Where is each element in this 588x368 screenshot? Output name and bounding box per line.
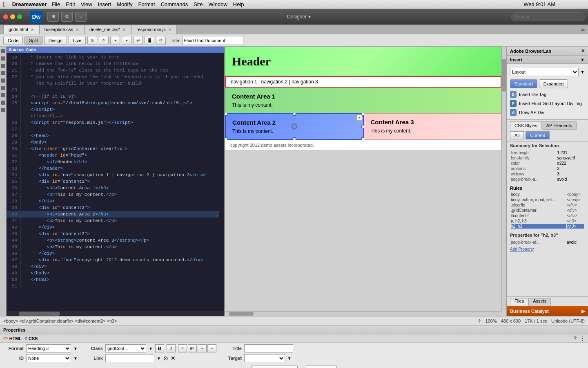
design-content1-block[interactable]: Content Area 1 This is my content. [225, 88, 501, 113]
left-panel-icon-2[interactable] [1, 56, 5, 61]
insert-fluid-grid-item[interactable]: F Insert Fluid Grid Layout Div Tag [510, 99, 585, 108]
live-btn[interactable]: Live [69, 36, 86, 45]
split-btn[interactable]: Split [24, 36, 42, 45]
resize-handle-br[interactable] [361, 137, 364, 140]
close-button[interactable] [3, 14, 8, 19]
class-dropdown-icon[interactable]: ▼ [149, 346, 153, 351]
design-nav-block[interactable]: navigation 1 | navigation 2 | navigation… [225, 76, 501, 88]
apple-menu[interactable]:  [3, 1, 6, 8]
add-property-link[interactable]: Add Property [510, 247, 534, 251]
inspect-btn[interactable]: ⊙ [87, 36, 97, 45]
expanded-btn[interactable]: Expanded [539, 79, 568, 88]
page-properties-btn[interactable]: Page Properties... [251, 366, 298, 368]
css-tab[interactable]: # CSS [25, 336, 38, 341]
rules-row-selected[interactable]: h2, h3<h3> [511, 224, 584, 229]
file-tab-delete[interactable]: delete_me.css* ✕ [84, 25, 131, 34]
format-dropdown-icon[interactable]: ▼ [74, 346, 78, 351]
toolbar-settings-btn[interactable]: ⚙ [61, 12, 73, 22]
class-select[interactable]: gridCont... [105, 344, 146, 352]
code-hscroll[interactable] [7, 311, 224, 316]
resize-handle-tm[interactable] [293, 113, 296, 116]
target-select[interactable] [244, 354, 285, 362]
refresh-btn[interactable]: ↻ [99, 36, 109, 45]
layout-select[interactable]: Layout [510, 68, 579, 76]
standard-btn[interactable]: Standard [510, 79, 537, 88]
design-content2-block[interactable]: Content Area 2 This is my content. [225, 113, 364, 140]
left-panel-icon-5[interactable] [1, 79, 5, 83]
left-panel-icon-1[interactable] [1, 49, 5, 53]
target-dropdown-icon[interactable]: ▼ [287, 356, 292, 361]
rules-row[interactable]: #content2<div> [511, 213, 584, 218]
draw-ap-div-item[interactable]: A Draw AP Div [510, 108, 585, 117]
close-tab-delete[interactable]: ✕ [122, 27, 126, 32]
current-btn[interactable]: Current [526, 131, 550, 139]
bold-btn[interactable]: B [155, 344, 164, 352]
title-field-input[interactable] [244, 344, 293, 352]
insert-section-header[interactable]: Insert ▼ [507, 56, 588, 64]
menu-format[interactable]: Format [138, 1, 155, 7]
zoom-button[interactable] [17, 14, 22, 19]
menu-help[interactable]: Help [233, 1, 244, 7]
resize-handle-bl[interactable] [225, 137, 227, 140]
bc-arrow[interactable]: ▶ [581, 309, 585, 314]
file-tab-respond[interactable]: respond.min.js ✕ [131, 25, 177, 34]
menu-site[interactable]: Site [194, 1, 203, 7]
css-styles-tab[interactable]: CSS Styles [510, 121, 542, 130]
menu-file[interactable]: File [51, 1, 60, 7]
browserlab-close[interactable]: ✕ [581, 48, 585, 54]
close-tab-grids[interactable]: ✕ [31, 27, 34, 32]
menu-window[interactable]: Window [209, 1, 227, 7]
ul-btn[interactable]: ≡ [178, 344, 187, 352]
props-extra-icon[interactable]: ⋮ [580, 336, 585, 341]
file-tab-boilerplate[interactable]: boilerplate.css ✕ [39, 25, 84, 34]
link-input[interactable] [105, 354, 154, 362]
link-dropdown-icon[interactable]: ▼ [157, 356, 161, 361]
device-btn[interactable]: 📱 [145, 36, 154, 45]
ap-elements-tab[interactable]: AP Elements [542, 121, 577, 130]
design-content3-block[interactable]: Content Area 3 This is my content. [364, 113, 502, 140]
html-tab[interactable]: <> HTML [3, 336, 22, 341]
reload-btn[interactable]: ⟳ [156, 36, 166, 45]
id-select[interactable]: None [26, 354, 71, 362]
files-tab[interactable]: Files [510, 298, 528, 306]
all-btn[interactable]: All [510, 131, 524, 139]
code-content[interactable]: 19 * insert the link to your js here 20 … [7, 53, 224, 311]
resize-handle-mr[interactable] [361, 125, 364, 128]
rules-row[interactable]: .gridContainer<div> [511, 208, 584, 213]
sync-btn[interactable]: ⇄ [133, 36, 143, 45]
format-select[interactable]: Heading 3 [26, 344, 71, 352]
minimize-button[interactable] [10, 14, 15, 19]
insert-div-tag-item[interactable]: D Insert Div Tag [510, 90, 585, 99]
layout-dropdown-arrow[interactable]: ▼ [580, 70, 585, 74]
toolbar-search-input[interactable] [511, 12, 585, 21]
menu-insert[interactable]: Insert [98, 1, 111, 7]
designer-mode[interactable]: Designer ▾ [287, 14, 311, 20]
rules-row[interactable]: body, button, input, sel...<body> [511, 197, 584, 202]
design-hscroll[interactable] [225, 311, 501, 316]
menu-view[interactable]: View [81, 1, 92, 7]
design-header-block[interactable]: Header [225, 47, 501, 76]
props-help-icon[interactable]: ? [574, 336, 577, 341]
list-item-btn[interactable]: List Item... [306, 366, 337, 368]
file-tab-grids[interactable]: grids.html ✕ [3, 25, 39, 34]
link-browse-icon[interactable]: ⊙ [163, 355, 168, 361]
close-tab-boilerplate[interactable]: ✕ [76, 27, 79, 32]
outdent-btn[interactable]: ← [207, 344, 216, 352]
menu-commands[interactable]: Commands [161, 1, 188, 7]
menu-edit[interactable]: Edit [66, 1, 75, 7]
resize-handle-bm[interactable] [293, 137, 296, 140]
close-tab-respond[interactable]: ✕ [168, 27, 172, 32]
left-panel-icon-8[interactable] [1, 101, 5, 105]
italic-btn[interactable]: I [167, 344, 176, 352]
design-btn[interactable]: Design [44, 36, 67, 45]
nav-prev-btn[interactable]: ◂ [110, 36, 120, 45]
toolbar-layout-btn[interactable]: ⊞ [47, 12, 59, 22]
left-panel-icon-4[interactable] [1, 71, 5, 75]
indent-btn[interactable]: → [198, 344, 207, 352]
nav-next-btn[interactable]: ▸ [122, 36, 131, 45]
left-panel-icon-6[interactable] [1, 86, 5, 90]
title-input[interactable] [182, 36, 243, 45]
assets-tab[interactable]: Assets [528, 298, 551, 306]
id-dropdown-icon[interactable]: ▼ [74, 356, 78, 361]
rules-row[interactable]: body<body> [511, 192, 584, 197]
